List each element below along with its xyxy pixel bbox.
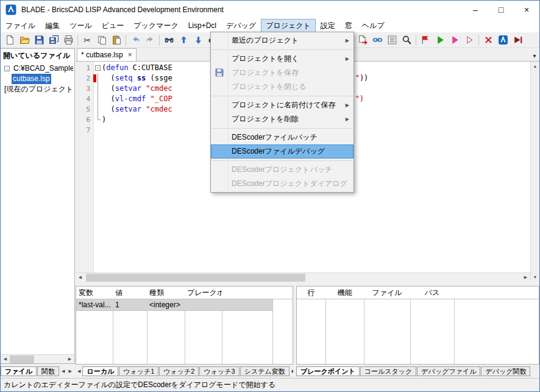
link-icon[interactable]	[371, 34, 384, 47]
save-all-icon[interactable]	[47, 34, 60, 47]
scroll-left-icon[interactable]: ◀	[1, 355, 10, 364]
scroll-track[interactable]	[85, 273, 521, 282]
editor-hscrollbar[interactable]: ◀ ▶	[76, 273, 530, 282]
menu-item-label: DEScoderプロジェクトダイアログ	[232, 179, 347, 188]
column-header[interactable]: ファイル	[364, 287, 410, 299]
scroll-right-icon[interactable]: ▶	[521, 273, 530, 282]
toolbar-separator	[126, 35, 126, 46]
debug-tab-3[interactable]: デバッグ関数	[481, 366, 530, 376]
menu-item-settings[interactable]: 設定	[316, 19, 340, 32]
run-icon[interactable]	[433, 34, 447, 47]
export-icon[interactable]	[356, 34, 369, 47]
tab-list-dropdown-icon[interactable]: ▾	[530, 52, 539, 59]
menu-item-bookmarks[interactable]: ブックマーク	[129, 19, 183, 32]
menu-item-descoder-file-batch[interactable]: DEScoderファイルバッチ	[211, 130, 353, 144]
menu-item-view[interactable]: ビュー	[97, 19, 129, 32]
menu-item-recent-projects[interactable]: 最近のプロジェクト▶	[211, 34, 353, 48]
scroll-right-icon[interactable]: ▶	[65, 355, 74, 364]
menu-item-label: DEScoderファイルデバッグ	[232, 147, 325, 155]
tab-close-icon[interactable]: ×	[128, 51, 132, 59]
scroll-thumb[interactable]	[10, 355, 34, 363]
print-icon[interactable]	[62, 34, 75, 47]
watch-tab-0[interactable]: ローカル	[82, 366, 118, 376]
run-outline-icon[interactable]	[463, 34, 476, 47]
menu-item-project[interactable]: プロジェクト	[261, 19, 316, 32]
menu-item-edit[interactable]: 編集	[40, 19, 65, 32]
watch-tab-4[interactable]: システム変数	[240, 366, 290, 376]
column-header[interactable]: ブレークポイ...	[185, 287, 222, 299]
save-icon[interactable]	[32, 34, 46, 47]
step-icon[interactable]	[511, 34, 524, 47]
find-icon[interactable]	[162, 34, 176, 47]
new-file-icon[interactable]	[3, 34, 16, 47]
scroll-track[interactable]	[531, 71, 540, 273]
report-icon[interactable]	[385, 34, 399, 47]
code-text: )	[102, 115, 106, 125]
watch-scroll-left-icon[interactable]: ◀	[76, 369, 82, 374]
blade-icon[interactable]	[496, 34, 510, 47]
sidebar-tab-1[interactable]: 関数	[37, 366, 59, 376]
table-row[interactable]: *last-val...1<integer>	[76, 299, 272, 311]
find-next-icon[interactable]	[191, 34, 205, 47]
sidebar-tab-0[interactable]: ファイル	[1, 366, 37, 376]
find-previous-icon[interactable]	[177, 34, 190, 47]
paste-icon[interactable]	[110, 34, 123, 47]
tree-node-folder-node[interactable]: -C:¥BCAD_Sample	[2, 63, 73, 74]
watch-tab-3[interactable]: ウォッチ3	[199, 366, 239, 376]
cut-icon[interactable]: ✂	[80, 34, 94, 47]
maximize-button[interactable]: □	[488, 1, 514, 19]
sidebar-hscrollbar[interactable]: ◀ ▶	[1, 354, 74, 363]
scroll-left-icon[interactable]: ◀	[76, 273, 85, 282]
redo-icon[interactable]	[143, 34, 157, 47]
menu-separator	[211, 128, 353, 129]
column-header[interactable]	[222, 287, 272, 299]
debug-tab-2[interactable]: デバッグファイル	[417, 366, 480, 376]
watch-scroll-icon[interactable]: ▶	[290, 369, 293, 374]
fold-collapse-icon[interactable]: -	[95, 65, 101, 71]
sidebar-scroll-icon[interactable]: ▶	[66, 369, 73, 374]
tree-expander-icon[interactable]: -	[4, 66, 10, 71]
debug-flag-icon[interactable]	[419, 34, 432, 47]
tree-node-file-node[interactable]: cutbase.lsp	[2, 74, 73, 84]
sidebar-scroll-icon[interactable]: ◀	[60, 369, 66, 374]
debug-tab-1[interactable]: コールスタック	[360, 366, 417, 376]
menu-item-lisp-dcl[interactable]: Lisp+Dcl	[183, 19, 221, 32]
menu-item-tools[interactable]: ツール	[65, 19, 97, 32]
column-header[interactable]: 行	[297, 287, 325, 299]
run-alt-icon[interactable]	[448, 34, 461, 47]
scroll-thumb[interactable]	[86, 274, 305, 282]
watch-tab-2[interactable]: ウォッチ2	[159, 366, 199, 376]
menu-item-open-project[interactable]: プロジェクトを開く▶	[211, 52, 353, 66]
undo-icon[interactable]	[129, 34, 142, 47]
column-header[interactable]: パス	[410, 287, 454, 299]
submenu-arrow-icon: ▶	[346, 34, 349, 48]
close-button[interactable]: ×	[514, 1, 539, 19]
menu-item-file[interactable]: ファイル	[1, 19, 40, 32]
column-header[interactable]: 種類	[147, 287, 185, 299]
menu-item-help[interactable]: ヘルプ	[357, 19, 389, 32]
tree-node-current-project-node[interactable]: [現在のプロジェクト]	[2, 84, 73, 94]
stop-icon[interactable]	[481, 34, 495, 47]
menu-item-save-project-as[interactable]: プロジェクトに名前付けて保存▶	[211, 98, 353, 112]
open-folder-icon[interactable]	[18, 34, 31, 47]
project-menu: 最近のプロジェクト▶プロジェクトを開く▶プロジェクトを保存プロジェクトを閉じるプ…	[210, 32, 354, 193]
menu-item-window[interactable]: 窓	[340, 19, 357, 32]
editor-tab[interactable]: * cutbase.lsp ×	[77, 48, 137, 61]
copy-icon[interactable]	[95, 34, 108, 47]
scroll-down-icon[interactable]: ▼	[531, 273, 540, 282]
scroll-track[interactable]	[10, 355, 65, 364]
watch-tab-1[interactable]: ウォッチ1	[119, 366, 158, 376]
menu-item-delete-project[interactable]: プロジェクトを削除▶	[211, 112, 353, 126]
debug-tab-0[interactable]: ブレークポイント	[296, 366, 360, 376]
column-header[interactable]: 機能	[325, 287, 364, 299]
menu-item-label: プロジェクトを閉じる	[232, 82, 307, 91]
minimize-button[interactable]: –	[463, 1, 488, 19]
table-cell	[185, 299, 222, 311]
editor-vscrollbar[interactable]: ▲ ▼	[530, 62, 539, 282]
scroll-up-icon[interactable]: ▲	[531, 62, 540, 71]
menu-item-descoder-file-debug[interactable]: DEScoderファイルデバッグ	[211, 144, 353, 159]
zoom-icon[interactable]	[400, 34, 413, 47]
column-header[interactable]: 値	[113, 287, 147, 299]
column-header[interactable]: 変数	[76, 287, 113, 299]
menu-item-debug[interactable]: デバッグ	[221, 19, 261, 32]
